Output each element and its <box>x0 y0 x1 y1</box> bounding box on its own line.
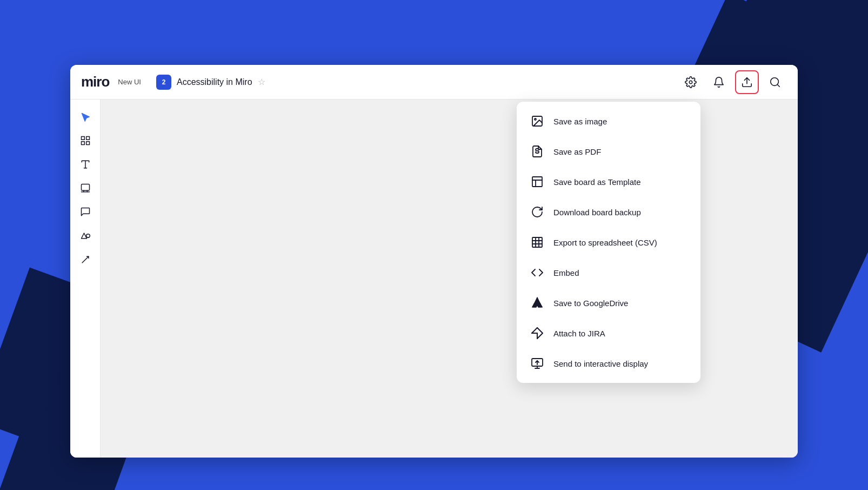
template-icon <box>530 174 545 189</box>
jira-icon <box>530 326 545 341</box>
svg-rect-10 <box>81 184 89 191</box>
embed-label: Embed <box>553 268 579 277</box>
svg-point-14 <box>86 234 90 238</box>
svg-rect-4 <box>81 137 84 140</box>
svg-rect-6 <box>81 142 84 145</box>
miro-logo: miro <box>81 74 109 90</box>
google-drive-label: Save to GoogleDrive <box>553 299 628 308</box>
save-image-label: Save as image <box>553 117 607 126</box>
export-button[interactable] <box>735 70 759 94</box>
text-tool-button[interactable] <box>75 154 96 175</box>
embed-item[interactable]: Embed <box>517 257 700 288</box>
image-icon <box>530 114 545 129</box>
jira-item[interactable]: Attach to JIRA <box>517 318 700 348</box>
google-drive-item[interactable]: Save to GoogleDrive <box>517 288 700 318</box>
svg-rect-18 <box>532 177 542 187</box>
save-pdf-item[interactable]: Save as PDF <box>517 136 700 167</box>
pdf-icon <box>530 144 545 159</box>
embed-icon <box>530 265 545 280</box>
text-icon <box>80 159 91 170</box>
save-template-item[interactable]: Save board as Template <box>517 167 700 197</box>
pen-tool-button[interactable] <box>75 249 96 270</box>
search-icon <box>769 76 781 88</box>
svg-point-0 <box>689 81 692 84</box>
star-icon[interactable]: ☆ <box>258 77 265 87</box>
export-dropdown-menu: Save as image Save as PDF <box>517 102 700 383</box>
save-template-label: Save board as Template <box>553 177 641 187</box>
topbar-icons <box>679 70 787 94</box>
svg-point-17 <box>535 118 536 120</box>
svg-rect-7 <box>86 142 89 145</box>
new-ui-label: New UI <box>118 78 141 86</box>
cursor-tool-button[interactable] <box>75 106 96 128</box>
cursor-icon <box>80 111 91 122</box>
frames-tool-button[interactable] <box>75 130 96 151</box>
frames-icon <box>80 135 91 146</box>
interactive-display-item[interactable]: Send to interactive display <box>517 348 700 379</box>
left-toolbar <box>70 100 101 458</box>
search-button[interactable] <box>763 70 787 94</box>
board-badge: 2 <box>156 75 171 90</box>
export-csv-item[interactable]: Export to spreadsheet (CSV) <box>517 227 700 257</box>
svg-rect-21 <box>532 237 542 247</box>
svg-line-3 <box>777 84 779 87</box>
sticky-note-icon <box>80 207 91 217</box>
drive-icon <box>530 295 545 310</box>
svg-line-15 <box>82 256 89 263</box>
export-icon <box>741 76 753 88</box>
sticky-note-tool-button[interactable] <box>75 201 96 223</box>
app-window: miro New UI 2 Accessibility in Miro ☆ <box>70 65 798 458</box>
shapes-icon <box>80 230 91 241</box>
shapes-tool-button[interactable] <box>75 225 96 247</box>
board-info: 2 Accessibility in Miro ☆ <box>156 75 411 90</box>
pen-icon <box>80 254 91 265</box>
backup-icon <box>530 204 545 220</box>
media-tool-button[interactable] <box>75 177 96 199</box>
download-backup-label: Download board backup <box>553 208 641 217</box>
display-icon <box>530 356 545 371</box>
settings-button[interactable] <box>679 70 703 94</box>
spreadsheet-icon <box>530 235 545 250</box>
bell-icon <box>713 76 725 88</box>
export-csv-label: Export to spreadsheet (CSV) <box>553 238 657 247</box>
settings-icon <box>685 76 697 88</box>
interactive-display-label: Send to interactive display <box>553 359 648 368</box>
download-backup-item[interactable]: Download board backup <box>517 197 700 227</box>
topbar: miro New UI 2 Accessibility in Miro ☆ <box>70 65 798 100</box>
svg-rect-5 <box>86 137 89 140</box>
save-image-item[interactable]: Save as image <box>517 106 700 136</box>
notifications-button[interactable] <box>707 70 731 94</box>
jira-label: Attach to JIRA <box>553 329 605 338</box>
board-title: Accessibility in Miro <box>177 77 252 87</box>
media-icon <box>80 183 91 194</box>
save-pdf-label: Save as PDF <box>553 147 601 156</box>
